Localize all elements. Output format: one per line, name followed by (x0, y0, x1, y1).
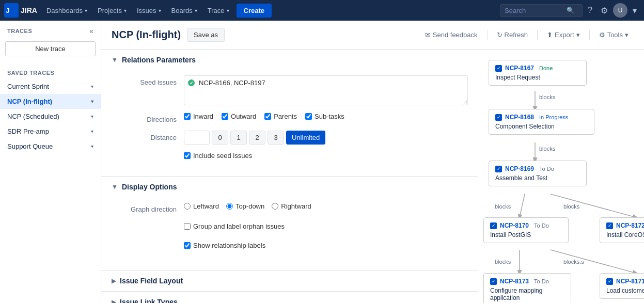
sidebar-collapse-button[interactable]: « (89, 27, 93, 35)
leftward-radio-label[interactable]: Leftward (184, 202, 219, 210)
connector-8169-8172: blocks (563, 203, 579, 210)
seed-issues-label: Seed issues (122, 75, 184, 86)
rightward-radio-label[interactable]: Rightward (272, 202, 311, 210)
issue-link-types-header[interactable]: ▶ Issue Link Types (101, 292, 478, 303)
node-ncp-8172[interactable]: NCP-8172 To Do Install CoreOS (600, 217, 644, 243)
dashboards-arrow-icon: ▾ (85, 8, 87, 13)
rightward-radio[interactable] (272, 203, 278, 210)
saved-traces-section: SAVED TRACES Current Sprint▾NCP (In-flig… (0, 62, 101, 158)
inward-checkbox[interactable] (184, 113, 191, 120)
nav-trace[interactable]: Trace ▾ (202, 0, 234, 21)
sidebar-item-arrow-icon: ▾ (91, 84, 93, 89)
node-ncp-8171[interactable]: NCP-8171 To Do Load customer GIS data se… (600, 273, 644, 299)
sidebar-item-label: SDR Pre-amp (7, 127, 49, 135)
node-8167-title: Inspect Request (495, 74, 580, 81)
sidebar-item-label: NCP (Scheduled) (7, 113, 59, 120)
avatar[interactable]: U (613, 3, 627, 18)
sidebar-item-ncp-(in-flight)[interactable]: NCP (In-flight)▾ (0, 94, 101, 109)
refresh-button[interactable]: ↻ Refresh (492, 28, 533, 41)
outward-checkbox[interactable] (222, 113, 228, 120)
export-label: Export (555, 31, 574, 39)
direction-outward[interactable]: Outward (222, 113, 256, 120)
issue-link-types-toggle-icon: ▶ (112, 299, 116, 304)
distance-label: Distance (122, 131, 184, 141)
node-ncp-8173[interactable]: NCP-8173 To Do Configure mapping applica… (483, 273, 571, 303)
node-ncp-8170[interactable]: NCP-8170 To Do Install PostGIS (483, 217, 569, 243)
jira-logo[interactable]: J JIRA (4, 3, 37, 18)
sidebar-item-current-sprint[interactable]: Current Sprint▾ (0, 79, 101, 94)
connector-8170-8171: blocks.s (563, 259, 584, 265)
nav-boards[interactable]: Boards ▾ (166, 0, 202, 21)
export-button[interactable]: ⬆ Export ▾ (542, 28, 585, 41)
show-relationship-control: Show relationship labels (184, 242, 468, 253)
group-orphan-checkbox-label[interactable]: Group and label orphan issues (184, 222, 468, 230)
distance-3-button[interactable]: 3 (268, 131, 284, 145)
distance-input[interactable] (184, 131, 210, 145)
export-icon: ⬆ (547, 31, 553, 39)
sidebar-item-sdr-pre-amp[interactable]: SDR Pre-amp▾ (0, 124, 101, 139)
nav-items: Dashboards ▾ Projects ▾ Issues ▾ Boards … (41, 0, 500, 21)
node-ncp-8168[interactable]: NCP-8168 In Progress Component Selection (489, 109, 594, 135)
distance-0-button[interactable]: 0 (212, 131, 228, 145)
display-options-header[interactable]: ▼ Display Options (101, 177, 478, 197)
node-8169-header: NCP-8169 To Do (495, 165, 580, 172)
node-8168-status: In Progress (539, 114, 568, 120)
projects-arrow-icon: ▾ (124, 8, 127, 13)
create-button[interactable]: Create (237, 4, 272, 18)
separator-2 (537, 30, 538, 40)
sidebar-item-support-queue[interactable]: Support Queue▾ (0, 139, 101, 154)
direction-subtasks[interactable]: Sub-tasks (305, 113, 344, 120)
sidebar-item-arrow-icon: ▾ (91, 143, 93, 149)
send-feedback-button[interactable]: ✉ Send feedback (420, 28, 483, 41)
search-input[interactable] (505, 7, 567, 14)
help-button[interactable]: ? (585, 4, 595, 17)
leftward-radio[interactable] (184, 203, 191, 210)
subtasks-label: Sub-tasks (315, 113, 344, 120)
settings-button[interactable]: ⚙ (598, 4, 611, 18)
node-8170-checkbox (490, 222, 497, 229)
node-8173-status: To Do (534, 278, 549, 284)
page-title: NCP (In-flight) (112, 29, 181, 41)
direction-inward[interactable]: Inward (184, 113, 213, 120)
display-options-toggle-icon: ▼ (112, 183, 118, 190)
issue-field-layout-header[interactable]: ▶ Issue Field Layout (101, 270, 478, 291)
include-seed-control: Include seed issues (184, 152, 468, 160)
right-panel: NCP-8167 Done Inspect Request blocks NCP… (478, 50, 644, 303)
include-seed-checkbox-label[interactable]: Include seed issues (184, 152, 468, 160)
node-8173-header: NCP-8173 To Do (490, 278, 564, 285)
show-relationship-checkbox[interactable] (184, 242, 191, 249)
save-as-button[interactable]: Save as (187, 28, 225, 42)
subtasks-checkbox[interactable] (305, 113, 312, 120)
node-8171-header: NCP-8171 To Do (606, 278, 644, 285)
tools-icon: ⚙ (599, 31, 605, 39)
nav-dashboards[interactable]: Dashboards ▾ (41, 0, 92, 21)
svg-text:J: J (6, 7, 10, 14)
sidebar-item-label: Support Queue (7, 142, 53, 150)
node-8169-title: Assemble and Test (495, 174, 580, 182)
nav-issues[interactable]: Issues ▾ (132, 0, 166, 21)
show-relationship-checkbox-label[interactable]: Show relationship labels (184, 242, 468, 249)
parents-checkbox[interactable] (264, 113, 271, 120)
relations-params-header[interactable]: ▼ Relations Parameters (101, 50, 478, 70)
tools-button[interactable]: ⚙ Tools ▾ (594, 28, 634, 41)
search-bar[interactable]: 🔍 (500, 4, 583, 17)
topdown-radio[interactable] (226, 203, 233, 210)
group-orphan-row: Group and label orphan issues (122, 222, 468, 234)
new-trace-button[interactable]: New trace (5, 41, 96, 56)
topdown-radio-label[interactable]: Top-down (226, 202, 264, 210)
group-orphan-checkbox[interactable] (184, 223, 191, 230)
sidebar-item-ncp-(scheduled)[interactable]: NCP (Scheduled)▾ (0, 109, 101, 124)
direction-parents[interactable]: Parents (264, 113, 297, 120)
nav-projects[interactable]: Projects ▾ (92, 0, 132, 21)
distance-2-button[interactable]: 2 (249, 131, 265, 145)
seed-issues-input[interactable] (184, 75, 468, 105)
distance-buttons: 0 1 2 3 Unlimited (184, 131, 468, 145)
node-ncp-8167[interactable]: NCP-8167 Done Inspect Request (489, 60, 587, 86)
node-ncp-8169[interactable]: NCP-8169 To Do Assemble and Test (489, 161, 587, 186)
include-seed-checkbox[interactable] (184, 152, 191, 159)
user-arrow-button[interactable]: ▾ (630, 4, 640, 18)
node-8171-title: Load customer GIS data set (606, 287, 644, 294)
feedback-icon: ✉ (425, 31, 431, 39)
distance-unlimited-button[interactable]: Unlimited (286, 131, 325, 145)
distance-1-button[interactable]: 1 (230, 131, 247, 145)
